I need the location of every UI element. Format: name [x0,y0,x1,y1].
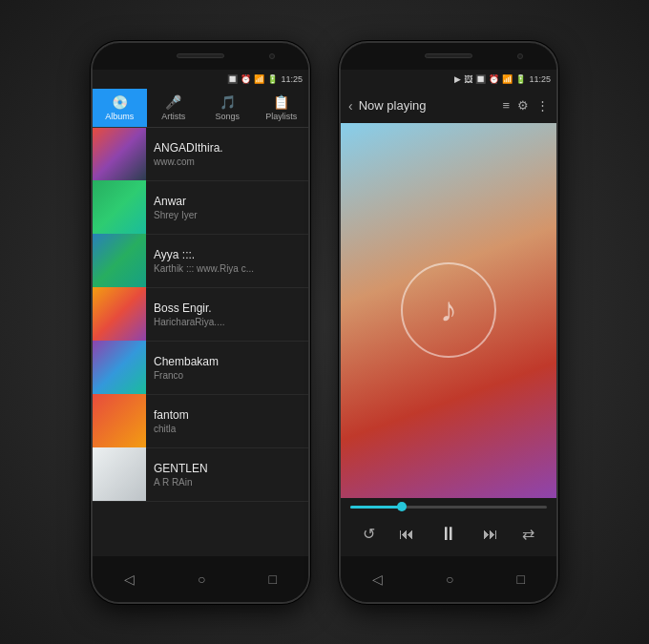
album-title-4: Boss Engir. [154,301,301,315]
status-icon-battery2: 🔋 [515,74,526,84]
album-title-2: Anwar [154,195,301,208]
screen-left: 🔲 ⏰ 📶 🔋 11:25 💿 Albums 🎤 Artists 🎵 Songs… [93,70,308,556]
status-icon-image: 🖼 [464,74,472,84]
now-playing-title: Now playing [359,98,497,113]
album-sub-7: A R RAin [154,477,301,488]
now-playing-header: ‹ Now playing ≡ ⚙ ⋮ [341,89,556,123]
back-button-right[interactable]: ◁ [372,571,383,587]
recents-button-right[interactable]: □ [517,571,525,587]
album-art-5 [93,341,146,394]
album-art-2 [93,180,146,234]
camera-left [269,53,275,59]
tab-playlists-label: Playlists [265,112,297,121]
status-icon-play: ▶ [454,74,461,84]
album-art-6 [93,394,146,447]
back-button-left[interactable]: ◁ [124,571,135,587]
screen-right: ▶ 🖼 🔲 ⏰ 📶 🔋 11:25 ‹ Now playing ≡ ⚙ ⋮ ♪ [341,70,556,556]
controls-bar: ↺ ⏮ ⏸ ⏭ ⇄ [341,512,556,556]
forward-button[interactable]: ⏭ [483,526,498,543]
album-sub-2: Shrey Iyer [154,210,301,220]
albums-icon: 💿 [112,94,128,110]
album-art-3 [93,234,146,287]
list-item[interactable]: Ayya :::. Karthik ::: www.Riya c... [93,235,308,288]
status-icon-portrait2: 🔲 [475,74,486,84]
phone-left: 🔲 ⏰ 📶 🔋 11:25 💿 Albums 🎤 Artists 🎵 Songs… [91,41,310,604]
tab-songs-label: Songs [215,112,240,121]
status-icon-alarm2: ⏰ [489,74,499,84]
tab-albums[interactable]: 💿 Albums [93,89,147,127]
album-sub-5: Franco [154,370,301,381]
album-info-2: Anwar Shrey Iyer [146,195,308,220]
progress-area[interactable] [341,498,556,512]
tab-artists[interactable]: 🎤 Artists [147,89,201,127]
phone-right: ▶ 🖼 🔲 ⏰ 📶 🔋 11:25 ‹ Now playing ≡ ⚙ ⋮ ♪ [339,41,558,604]
queue-icon[interactable]: ≡ [502,98,510,113]
header-icons: ≡ ⚙ ⋮ [502,98,549,113]
artists-icon: 🎤 [165,94,181,110]
album-sub-1: www.com [154,156,301,167]
status-time-left: 11:25 [281,74,303,84]
home-button-right[interactable]: ○ [446,571,453,587]
shuffle-button[interactable]: ⇄ [522,525,534,543]
tab-artists-label: Artists [161,112,185,121]
camera-right [517,53,523,59]
album-sub-3: Karthik ::: www.Riya c... [154,263,301,274]
tab-playlists[interactable]: 📋 Playlists [255,89,309,127]
repeat-button[interactable]: ↺ [363,525,375,543]
status-icon-wifi2: 📶 [502,74,513,84]
phone-top-left [93,43,308,70]
list-item[interactable]: GENTLEN A R RAin [93,448,308,502]
album-info-1: ANGADIthira. www.com [146,141,308,167]
back-arrow-button[interactable]: ‹ [348,98,353,114]
progress-thumb[interactable] [397,502,407,511]
album-info-5: Chembakam Franco [146,355,308,381]
speaker-right [425,53,472,58]
status-bar-right: ▶ 🖼 🔲 ⏰ 📶 🔋 11:25 [341,70,556,89]
album-info-7: GENTLEN A R RAin [146,462,308,488]
music-note-icon: ♪ [440,290,457,330]
album-sub-4: HaricharaRiya.... [154,317,301,327]
list-item[interactable]: Boss Engir. HaricharaRiya.... [93,288,308,342]
tab-bar: 💿 Albums 🎤 Artists 🎵 Songs 📋 Playlists [93,89,308,128]
artwork-container: ♪ [341,123,556,498]
album-title-1: ANGADIthira. [154,141,301,155]
album-title-6: fantom [154,408,301,422]
tab-songs[interactable]: 🎵 Songs [200,89,255,127]
speaker-left [177,53,224,58]
music-note-circle: ♪ [401,262,496,358]
album-art-1 [93,128,146,181]
album-info-4: Boss Engir. HaricharaRiya.... [146,301,308,327]
album-title-3: Ayya :::. [154,248,301,261]
album-sub-6: chitla [154,424,301,434]
equalizer-icon[interactable]: ⚙ [517,98,529,113]
album-art-4 [93,287,146,341]
album-title-7: GENTLEN [154,462,301,475]
list-item[interactable]: Anwar Shrey Iyer [93,181,308,235]
nav-bar-right: ◁ ○ □ [341,556,556,602]
status-icon-battery: 🔋 [267,74,278,84]
album-title-5: Chembakam [154,355,301,368]
songs-icon: 🎵 [220,94,236,110]
album-info-3: Ayya :::. Karthik ::: www.Riya c... [146,248,308,274]
rewind-button[interactable]: ⏮ [399,526,414,543]
list-item[interactable]: Chembakam Franco [93,342,308,395]
recents-button-left[interactable]: □ [269,571,277,587]
status-icon-wifi: 📶 [254,74,264,84]
nav-bar-left: ◁ ○ □ [93,556,308,602]
more-options-icon[interactable]: ⋮ [536,98,549,113]
status-icon-alarm: ⏰ [241,74,251,84]
list-item[interactable]: fantom chitla [93,395,308,448]
progress-fill [350,506,400,509]
album-info-6: fantom chitla [146,408,308,434]
phone-top-right [341,43,556,70]
progress-bar[interactable] [350,506,547,509]
list-item[interactable]: ANGADIthira. www.com [93,128,308,181]
status-bar-left: 🔲 ⏰ 📶 🔋 11:25 [93,70,308,89]
album-art-7 [93,447,146,501]
play-pause-button[interactable]: ⏸ [439,523,458,545]
artwork-overlay: ♪ [341,123,556,498]
playlists-icon: 📋 [273,94,289,110]
status-time-right: 11:25 [529,74,551,84]
home-button-left[interactable]: ○ [198,571,205,587]
status-icon-portrait: 🔲 [227,74,238,84]
